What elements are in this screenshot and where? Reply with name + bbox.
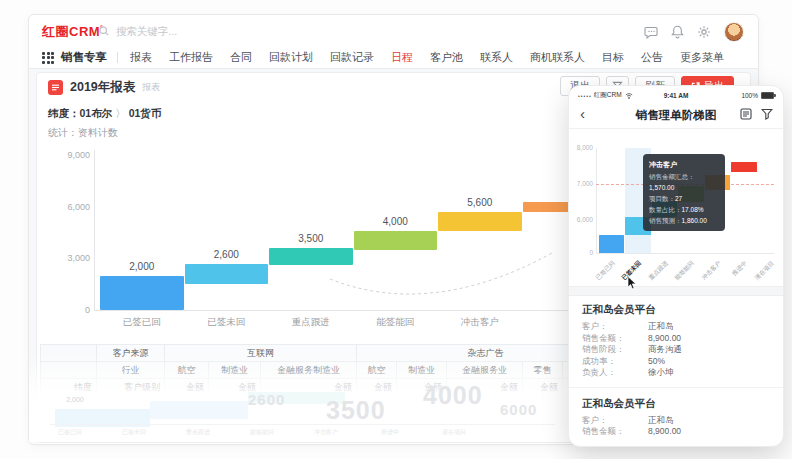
battery-icon: [761, 92, 774, 99]
nav-apps-label[interactable]: 销售专享: [61, 50, 107, 65]
mouse-cursor: [627, 276, 637, 290]
phone-y-axis: [596, 148, 597, 253]
phone-x-label: 推进中: [719, 259, 749, 289]
list-item[interactable]: 正和岛会员平台客户：正和岛销售金额：8,900.00: [569, 390, 783, 443]
funnel-filter-icon[interactable]: [761, 108, 773, 120]
section-separator: [569, 286, 783, 296]
phone-y-tick: 8,000: [571, 144, 593, 152]
bell-icon[interactable]: [671, 25, 684, 39]
app-logo: 红圈CRM°: [42, 23, 103, 41]
phone-x-axis: [596, 253, 774, 254]
main-nav: 销售专享 报表工作报告合同回款计划回款记录日程客户池联系人商机联系人目标公告更多…: [29, 47, 758, 69]
phone-bar-1[interactable]: [599, 235, 625, 253]
topbar: 红圈CRM°: [29, 15, 758, 47]
nav-item-6[interactable]: 日程: [391, 50, 413, 65]
phone-y-tick: 0: [571, 249, 593, 257]
user-avatar[interactable]: [724, 22, 744, 42]
report-icon: [48, 80, 63, 95]
global-search[interactable]: [99, 22, 309, 40]
report-title: 2019年报表: [70, 79, 135, 96]
search-icon: [99, 26, 109, 36]
phone-x-label: 已签已回: [587, 259, 617, 289]
tooltip-row: 项目数：27: [649, 193, 719, 204]
nav-item-8[interactable]: 联系人: [480, 50, 513, 65]
phone-x-label: 潜在项目: [746, 259, 776, 289]
deal-field-row: 销售金额：8,900.00: [582, 333, 770, 345]
deal-field-row: 销售阶段：商务沟通: [582, 344, 770, 356]
tooltip-row: 销售金额汇总：1,570.00: [649, 171, 719, 193]
list-item[interactable]: 正和岛会员平台客户：正和岛销售金额：8,900.00销售阶段：商务沟通成功率：5…: [569, 296, 783, 384]
deal-list: 正和岛会员平台客户：正和岛销售金额：8,900.00销售阶段：商务沟通成功率：5…: [569, 296, 783, 443]
report-tag: 报表: [142, 81, 160, 94]
phone-x-label: 重点跟进: [640, 259, 670, 289]
nav-divider: [117, 52, 118, 63]
nav-item-10[interactable]: 目标: [602, 50, 624, 65]
deal-title: 正和岛会员平台: [582, 303, 770, 317]
phone-x-label: 冲击客户: [693, 259, 723, 289]
phone-x-label: 能签能回: [666, 259, 696, 289]
nav-item-11[interactable]: 公告: [641, 50, 663, 65]
tooltip-row: 销售预测：1,860.00: [649, 215, 719, 226]
nav-item-1[interactable]: 报表: [130, 50, 152, 65]
stat-line: 统计：资料计数: [48, 126, 118, 140]
deal-field-row: 成功率：50%: [582, 356, 770, 368]
phone-bar-6[interactable]: [731, 162, 757, 171]
nav-item-5[interactable]: 回款记录: [330, 50, 374, 65]
phone-nav-bar: ‹ 销售理单阶梯图: [569, 101, 783, 129]
nav-item-7[interactable]: 客户池: [430, 50, 463, 65]
search-input[interactable]: [114, 24, 278, 38]
nav-item-2[interactable]: 工作报告: [169, 50, 213, 65]
tooltip-row: 数量占比：17.08%: [649, 204, 719, 215]
deal-title: 正和岛会员平台: [582, 397, 770, 411]
phone-y-tick: 7,000: [571, 180, 593, 188]
phone-overlay: ••••• 红圈CRM 9:41 AM 100% ‹ 销售理单阶梯图: [568, 85, 784, 447]
dimension-line: 纬度：01布尔〉01货币: [48, 107, 161, 121]
battery-percent: 100%: [741, 92, 758, 99]
chart-tooltip: 冲击客户 销售金额汇总：1,570.00项目数：27数量占比：17.08%销售预…: [643, 154, 725, 231]
list-divider: [569, 387, 783, 388]
nav-items: 报表工作报告合同回款计划回款记录日程客户池联系人商机联系人目标公告更多菜单: [130, 50, 724, 65]
list-view-icon[interactable]: [740, 108, 752, 120]
nav-item-3[interactable]: 合同: [230, 50, 252, 65]
nav-item-4[interactable]: 回款计划: [269, 50, 313, 65]
tooltip-title: 冲击客户: [649, 159, 719, 170]
deal-field-row: 客户：正和岛: [582, 415, 770, 427]
deal-field-row: 销售金额：8,900.00: [582, 426, 770, 438]
message-icon[interactable]: [644, 26, 658, 39]
deal-field-row: 负责人：徐小坤: [582, 367, 770, 379]
phone-status-bar: ••••• 红圈CRM 9:41 AM 100%: [569, 90, 783, 101]
deal-field-row: 客户：正和岛: [582, 321, 770, 333]
apps-grid-icon[interactable]: [42, 52, 54, 64]
nav-item-9[interactable]: 商机联系人: [530, 50, 585, 65]
screenshot-root: 红圈CRM° 销售专享: [0, 0, 792, 459]
phone-y-tick: 6,000: [571, 216, 593, 224]
nav-item-12[interactable]: 更多菜单: [680, 50, 724, 65]
gear-icon[interactable]: [697, 25, 711, 39]
